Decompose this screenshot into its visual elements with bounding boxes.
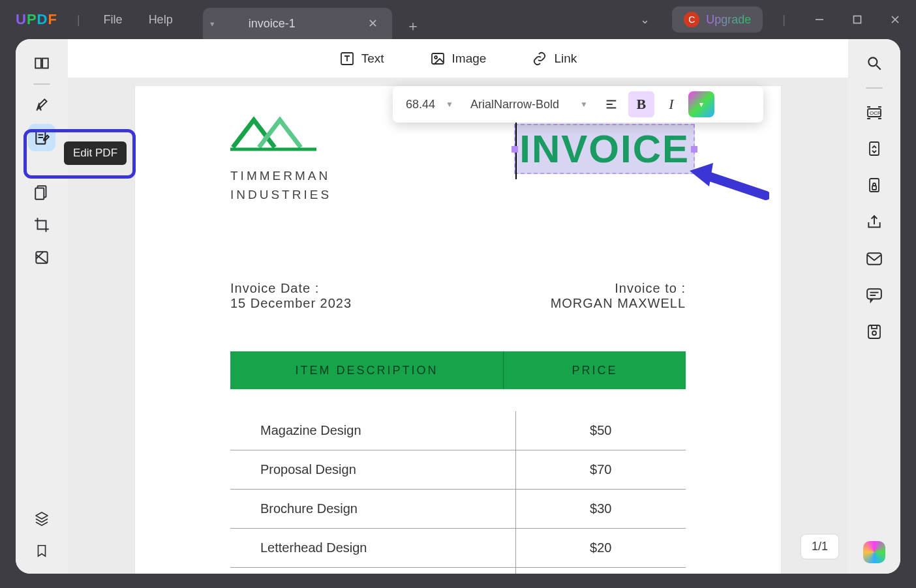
workspace: Text Image Link 68.44 ▼ ArialNarrow-Bold… — [16, 39, 900, 574]
table-row: Magazine Design$50 — [230, 411, 686, 450]
ai-assistant-icon[interactable] — [863, 541, 885, 563]
search-icon[interactable] — [861, 50, 888, 77]
invoice-date-value: 15 December 2023 — [230, 296, 352, 311]
cell-desc: Brochure Design — [230, 490, 516, 528]
bold-button[interactable]: B — [628, 91, 654, 117]
invoice-to-label: Invoice to : — [551, 281, 686, 296]
invoice-table: Magazine Design$50 Proposal Design$70 Br… — [230, 411, 686, 574]
close-window-button[interactable] — [881, 8, 909, 31]
ocr-icon[interactable]: OCR — [861, 99, 888, 126]
maximize-button[interactable] — [843, 8, 872, 31]
invoice-meta: Invoice Date : 15 December 2023 Invoice … — [230, 281, 686, 311]
cell-price: $70 — [516, 450, 686, 489]
subtotal-value: $170 — [516, 568, 686, 574]
cell-desc: Magazine Design — [230, 411, 516, 450]
subtotal-row: SUBTOTAL :$170 — [230, 568, 686, 574]
upgrade-button[interactable]: C Upgrade — [672, 7, 763, 33]
th-price: PRICE — [504, 351, 686, 389]
minimize-button[interactable] — [805, 8, 834, 31]
image-icon — [430, 51, 446, 66]
cell-price: $30 — [516, 490, 686, 528]
page-indicator[interactable]: 1/1 — [801, 534, 839, 559]
cell-price: $50 — [516, 411, 686, 450]
tabs-overflow-icon[interactable]: ⌄ — [627, 6, 663, 33]
divider — [866, 87, 883, 89]
add-link-button[interactable]: Link — [532, 51, 577, 66]
separator: | — [67, 13, 91, 27]
divider — [33, 83, 50, 85]
cell-desc: Proposal Design — [230, 450, 516, 489]
share-icon[interactable] — [861, 209, 888, 236]
save-icon[interactable] — [861, 318, 888, 345]
link-icon — [532, 51, 547, 66]
layers-icon[interactable] — [28, 505, 55, 532]
svg-rect-32 — [872, 325, 877, 329]
svg-point-19 — [868, 57, 877, 66]
cell-price: $20 — [516, 529, 686, 567]
chevron-down-icon: ▼ — [446, 100, 453, 109]
convert-icon[interactable] — [861, 136, 888, 163]
chevron-down-icon: ▾ — [699, 100, 703, 109]
text-color-button[interactable]: ▾ — [688, 91, 714, 117]
add-text-button[interactable]: Text — [339, 51, 384, 66]
label: Link — [554, 51, 577, 66]
invoice-date-label: Invoice Date : — [230, 281, 352, 296]
invoice-title[interactable]: INVOICE — [519, 127, 690, 171]
email-icon[interactable] — [861, 245, 888, 272]
tab-menu-icon[interactable]: ▾ — [203, 8, 222, 39]
table-header: ITEM DESCRIPTION PRICE — [230, 351, 686, 389]
svg-point-14 — [435, 56, 437, 59]
text-icon — [339, 51, 355, 66]
chevron-down-icon: ▼ — [580, 100, 588, 109]
resize-handle-right[interactable] — [691, 146, 697, 153]
svg-rect-25 — [872, 186, 876, 190]
redact-tool-icon[interactable] — [28, 244, 55, 271]
font-size-select[interactable]: 68.44 ▼ — [399, 98, 460, 111]
subtotal-label: SUBTOTAL : — [230, 568, 516, 574]
invoice-to-value: MORGAN MAXWELL — [551, 296, 686, 311]
upgrade-label: Upgrade — [706, 13, 751, 27]
organize-pages-icon[interactable] — [28, 179, 55, 206]
table-row: Proposal Design$70 — [230, 450, 686, 490]
comment-panel-icon[interactable] — [861, 282, 888, 309]
svg-rect-13 — [432, 53, 444, 64]
center-area: Text Image Link 68.44 ▼ ArialNarrow-Bold… — [68, 39, 848, 574]
svg-rect-1 — [854, 16, 861, 23]
right-rail: OCR — [848, 39, 900, 574]
tab-strip: ▾ invoice-1 ✕ ＋ — [203, 0, 426, 39]
font-family-value: ArialNarrow-Bold — [470, 98, 559, 111]
svg-point-31 — [872, 331, 876, 335]
close-tab-icon[interactable]: ✕ — [365, 14, 380, 33]
font-family-select[interactable]: ArialNarrow-Bold ▼ — [464, 98, 594, 111]
edit-pdf-icon[interactable] — [28, 124, 55, 151]
tab-label: invoice-1 — [249, 17, 296, 31]
crop-tool-icon[interactable] — [28, 211, 55, 239]
svg-rect-8 — [35, 188, 44, 199]
align-button[interactable] — [598, 91, 624, 117]
separator: | — [772, 13, 796, 27]
cell-desc: Letterhead Design — [230, 529, 516, 567]
add-image-button[interactable]: Image — [430, 51, 487, 66]
page-canvas[interactable]: TIMMERMAN INDUSTRIES INVOICE — [68, 78, 848, 574]
label: Image — [452, 51, 487, 66]
resize-handle-left[interactable] — [511, 146, 518, 153]
annotation-arrow — [684, 163, 769, 209]
menu-help[interactable]: Help — [136, 13, 186, 27]
text-format-bar[interactable]: 68.44 ▼ ArialNarrow-Bold ▼ B I ▾ — [393, 86, 763, 123]
protect-icon[interactable] — [861, 172, 888, 199]
invoice-text-selection[interactable]: INVOICE — [514, 124, 695, 174]
pdf-page[interactable]: TIMMERMAN INDUSTRIES INVOICE — [135, 86, 781, 574]
italic-button[interactable]: I — [658, 91, 684, 117]
tab-invoice-1[interactable]: invoice-1 ✕ — [222, 8, 392, 39]
bookmark-icon[interactable] — [28, 537, 55, 565]
new-tab-button[interactable]: ＋ — [400, 13, 426, 39]
menu-file[interactable]: File — [91, 13, 136, 27]
th-description: ITEM DESCRIPTION — [230, 351, 504, 389]
table-row: Brochure Design$30 — [230, 490, 686, 529]
title-bar: UPDF | File Help ▾ invoice-1 ✕ ＋ ⌄ C Upg… — [0, 0, 916, 39]
comment-tool-icon[interactable] — [28, 91, 55, 119]
reader-mode-icon[interactable] — [28, 50, 55, 77]
svg-rect-30 — [868, 325, 880, 338]
svg-rect-26 — [867, 253, 881, 264]
svg-rect-27 — [867, 289, 881, 299]
